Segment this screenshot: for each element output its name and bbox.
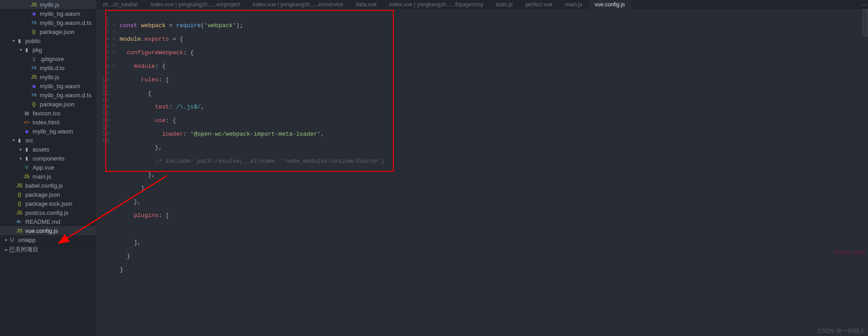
tree-item-vue-config-js[interactable]: JSvue.config.js — [0, 226, 96, 235]
js-icon: JS — [16, 183, 23, 188]
line-number: 18 — [96, 131, 109, 137]
file-icon: ▤ — [24, 110, 30, 116]
tree-item-public[interactable]: ▾▮public — [0, 36, 96, 45]
fold-marker — [112, 131, 116, 137]
tree-item-mylib-js[interactable]: JSmylib.js — [0, 72, 96, 81]
editor-tabs[interactable]: zh.../zi_navbarindex.vue | yongkangzh...… — [96, 0, 868, 9]
line-number: 13 — [96, 97, 109, 104]
fold-gutter[interactable]: ⊟⊟⊟⊟⊟⊟ — [112, 9, 116, 336]
tree-item-uniapp[interactable]: ▸Uuniapp — [0, 235, 96, 244]
tree-item-label: uniapp — [18, 237, 36, 243]
fold-marker — [112, 70, 116, 76]
tabs-nav-arrows[interactable]: ‹ › — [860, 0, 868, 9]
folder-icon: U — [9, 237, 15, 242]
line-number-gutter: 12345678910111213141516171819 — [96, 9, 112, 336]
closed-projects-section[interactable]: ▸ 已关闭项目 — [0, 244, 96, 254]
editor-tab[interactable]: index.vue | yongkangzh......es/service — [246, 0, 349, 9]
folder-icon: ▮ — [24, 156, 30, 161]
md-icon: M↓ — [16, 219, 23, 224]
line-number: 17 — [96, 124, 109, 131]
fold-marker — [112, 83, 116, 90]
tree-item-src[interactable]: ▾▮src — [0, 136, 96, 145]
tree-item-package-lock-json[interactable]: {}package-lock.json — [0, 199, 96, 208]
line-number: 9 — [96, 70, 109, 76]
vue-icon: V — [24, 165, 30, 170]
line-number: 11 — [96, 83, 109, 90]
tree-item-package-json[interactable]: {}package.json — [0, 99, 96, 109]
tree-item-label: assets — [33, 146, 50, 153]
folder-icon: ▮ — [24, 147, 30, 152]
tree-item-package-json[interactable]: {}package.json — [0, 190, 96, 199]
js-icon: JS — [16, 228, 23, 233]
tree-item-app-vue[interactable]: VApp.vue — [0, 163, 96, 172]
tree-item-label: postcss.config.js — [25, 209, 68, 216]
tree-item-readme-md[interactable]: M↓README.md — [0, 217, 96, 226]
braces-icon: {} — [31, 101, 37, 107]
tree-item-label: mylib.d.ts — [40, 65, 65, 71]
wasm-icon: ◆ — [31, 11, 37, 17]
folder-icon: ▮ — [24, 47, 30, 53]
tree-item-package-json[interactable]: {}package.json — [0, 27, 96, 36]
line-number: 3 — [96, 29, 109, 36]
line-number: 6 — [96, 49, 109, 56]
tree-item-label: babel.config.js — [25, 182, 63, 189]
tree-item-mylib-bg-wasm[interactable]: ◆mylib_bg.wasm — [0, 9, 96, 18]
fold-marker[interactable]: ⊟ — [112, 43, 116, 49]
tree-item-label: package.json — [25, 191, 60, 198]
code-editor[interactable]: 12345678910111213141516171819 ⊟⊟⊟⊟⊟⊟ con… — [96, 9, 868, 336]
tree-item-mylib-bg-wasm-d-ts[interactable]: TSmylib_bg.wasm.d.ts — [0, 90, 96, 99]
editor-tab[interactable]: data.vue — [349, 0, 383, 9]
editor-tab[interactable]: main.js — [559, 0, 589, 9]
tree-item-components[interactable]: ▸▮components — [0, 154, 96, 163]
tree-item--gitignore[interactable]: ▯.gitignore — [0, 54, 96, 63]
tree-item-label: package-lock.json — [25, 200, 72, 207]
tree-item-favicon-ico[interactable]: ▤favicon.ico — [0, 109, 96, 118]
tree-item-label: mylib_bg.wasm — [33, 128, 73, 135]
fold-marker — [112, 124, 116, 131]
fold-marker[interactable]: ⊟ — [112, 29, 116, 36]
line-number: 16 — [96, 117, 109, 124]
fold-marker[interactable]: ⊟ — [112, 63, 116, 70]
tree-item-mylib-js[interactable]: JSmylib.js — [0, 0, 96, 9]
js-icon: JS — [16, 210, 23, 215]
watermark-site: Yuucn.com — [834, 249, 865, 256]
editor-tab[interactable]: zh.../zi_navbar — [96, 0, 144, 9]
minimap-scrollbar[interactable] — [863, 9, 868, 36]
tree-item-label: App.vue — [33, 164, 54, 171]
tree-item-mylib-d-ts[interactable]: TSmylib.d.ts — [0, 63, 96, 72]
tree-item-main-js[interactable]: JSmain.js — [0, 172, 96, 181]
chevron-down-icon: ▾ — [11, 138, 16, 142]
tree-item-assets[interactable]: ▸▮assets — [0, 145, 96, 154]
editor-tab[interactable]: index.vue | yongkangzh......9/pages/my — [383, 0, 490, 9]
fold-marker[interactable]: ⊟ — [112, 49, 116, 56]
tree-item-mylib-bg-wasm[interactable]: ◆mylib_bg.wasm — [0, 127, 96, 136]
fold-marker — [112, 56, 116, 63]
fold-marker[interactable]: ⊟ — [112, 22, 116, 29]
tree-item-index-html[interactable]: <>index.html — [0, 118, 96, 127]
editor-tab[interactable]: vue.config.js — [589, 0, 632, 9]
line-number: 1 — [96, 15, 109, 22]
tree-item-babel-config-js[interactable]: JSbabel.config.js — [0, 181, 96, 190]
tree-item-mylib-bg-wasm[interactable]: ◆mylib_bg.wasm — [0, 81, 96, 90]
code-content[interactable]: const webpack = require('webpack'); modu… — [116, 9, 868, 336]
tree-item-label: mylib_bg.wasm — [40, 83, 80, 90]
chevron-down-icon: ▾ — [11, 38, 16, 43]
editor-tab[interactable]: perfect.vue — [519, 0, 558, 9]
chevron-right-icon: ▸ — [4, 237, 9, 242]
braces-icon: {} — [16, 201, 23, 206]
wasm-icon: ◆ — [31, 83, 37, 89]
watermark-csdn: CSDN @一码超人 — [817, 327, 865, 335]
tree-item-pkg[interactable]: ▾▮pkg — [0, 45, 96, 54]
file-tree-sidebar[interactable]: JSmylib.js◆mylib_bg.wasmTSmylib_bg.wasm.… — [0, 0, 96, 336]
editor-tab[interactable]: index.vue | yongkangzh......es/project — [144, 0, 246, 9]
tree-item-postcss-config-js[interactable]: JSpostcss.config.js — [0, 208, 96, 217]
tree-item-mylib-bg-wasm-d-ts[interactable]: TSmylib_bg.wasm.d.ts — [0, 18, 96, 27]
line-number: 4 — [96, 36, 109, 43]
line-number: 2 — [96, 22, 109, 29]
editor-tab[interactable]: tools.js — [490, 0, 519, 9]
tree-item-label: package.json — [40, 28, 75, 35]
tree-item-label: src — [25, 137, 33, 144]
fold-marker[interactable]: ⊟ — [112, 36, 116, 43]
ts-icon: TS — [31, 20, 37, 25]
wasm-icon: ◆ — [24, 128, 30, 134]
